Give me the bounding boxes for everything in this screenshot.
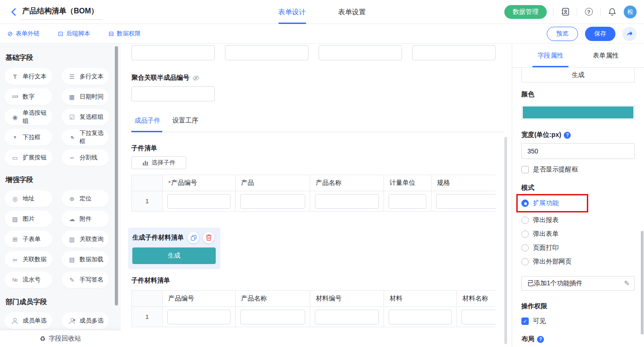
field-item-location[interactable]: 定位 — [62, 190, 109, 207]
color-label: 颜色 — [521, 90, 635, 99]
form-external-link[interactable]: ⊘ 表单外链 — [7, 29, 40, 38]
button-preview[interactable]: 生成 — [521, 68, 635, 82]
canvas-scrollbar[interactable] — [504, 137, 507, 344]
page-title[interactable]: 产品结构清单（BOM） — [21, 6, 101, 20]
reminder-checkbox[interactable] — [521, 166, 529, 173]
field-item-image[interactable]: 图片 — [5, 211, 52, 227]
tab-process-setup[interactable]: 设置工序 — [172, 117, 198, 132]
field-item-member-multi[interactable]: 成员多选 — [62, 312, 109, 329]
mode-option-popup-external-page[interactable]: 弹出外部网页 — [521, 255, 635, 269]
row-index: 1 — [132, 191, 163, 212]
cell-input[interactable] — [240, 310, 305, 324]
form-field-input[interactable] — [225, 45, 308, 60]
contacts-book-icon[interactable] — [560, 7, 570, 17]
data-permission-link[interactable]: ⊟ 数据权限 — [108, 29, 141, 38]
field-item-data-load[interactable]: 数据加载 — [62, 251, 109, 268]
cell-input[interactable] — [315, 310, 379, 324]
width-help-icon[interactable]: ? — [564, 132, 571, 139]
sidebar-scrollbar[interactable] — [115, 46, 118, 306]
cell-input[interactable] — [389, 194, 426, 209]
field-item-linked-query[interactable]: 关联查询 — [62, 231, 109, 247]
field-item-single-line-text[interactable]: 单行文本 — [5, 68, 52, 85]
cell-input[interactable] — [315, 194, 379, 209]
width-input[interactable]: 350 — [521, 143, 635, 159]
radio-selected-icon[interactable] — [521, 200, 529, 207]
recycle-icon: ♻ — [40, 335, 46, 342]
aggregate-field-input[interactable] — [131, 86, 215, 101]
field-recycle-bin[interactable]: ♻ 字段回收站 — [0, 330, 121, 347]
visible-checkbox[interactable]: ✓ — [521, 318, 529, 325]
data-manage-button[interactable]: 数据管理 — [504, 5, 547, 19]
data-load-icon — [69, 257, 76, 263]
mode-option-popup-report[interactable]: 弹出报表 — [521, 213, 635, 227]
mode-option-extend-function[interactable]: 扩展功能 — [521, 196, 583, 210]
field-item-address[interactable]: 地址 — [5, 190, 52, 207]
edit-plugin-icon[interactable]: ✎ — [624, 279, 630, 288]
cell-input[interactable] — [436, 194, 496, 209]
form-field-input[interactable] — [412, 45, 496, 60]
plugin-text: 已添加1个功能插件 — [527, 279, 583, 288]
field-item-subform[interactable]: 子表单 — [5, 231, 52, 247]
visible-checkbox-row[interactable]: ✓ 可见 — [521, 317, 635, 325]
help-icon[interactable]: ? — [584, 7, 594, 17]
tab-form-design[interactable]: 表单设计 — [278, 0, 306, 24]
field-item-member-single[interactable]: 成员单选 — [5, 312, 52, 329]
save-button[interactable]: 保存 — [585, 27, 615, 41]
field-item-multi-line-text[interactable]: 多行文本 — [62, 68, 109, 85]
serial-number-icon — [12, 277, 18, 282]
tab-form-settings[interactable]: 表单设置 — [338, 0, 366, 24]
window-scrollbar[interactable] — [641, 231, 644, 335]
generate-button[interactable]: 生成 — [132, 247, 216, 264]
form-field-input[interactable] — [319, 45, 402, 60]
material-list-title: 子件材料清单 — [131, 276, 512, 285]
select-subitem-button[interactable]: 选择子件 — [131, 156, 186, 169]
field-item-attachment[interactable]: 附件 — [62, 211, 109, 227]
delete-field-button[interactable] — [203, 232, 214, 243]
plugin-field[interactable]: 已添加1个功能插件 ✎ — [521, 276, 635, 291]
field-item-linked-data[interactable]: 关联数据 — [5, 251, 52, 268]
user-avatar[interactable]: 检 — [624, 6, 637, 18]
field-item-checkbox-group[interactable]: 复选框组 — [62, 109, 109, 125]
field-item-signature[interactable]: 手写签名 — [62, 271, 109, 288]
preview-button[interactable]: 预览 — [547, 27, 578, 41]
layout-help-icon[interactable]: ? — [537, 336, 544, 343]
radio-icon[interactable] — [521, 230, 529, 238]
backend-script-link[interactable]: ⊡ 后端脚本 — [58, 29, 90, 38]
share-button[interactable] — [622, 27, 637, 41]
notification-bell-icon[interactable] — [607, 7, 617, 17]
cell-input[interactable] — [461, 310, 496, 324]
field-item-serial-number[interactable]: 流水号 — [5, 271, 52, 288]
reminder-checkbox-row[interactable]: 是否显示提醒框 — [521, 165, 635, 174]
tab-field-properties[interactable]: 字段属性 — [538, 44, 563, 67]
subform-icon — [12, 236, 18, 242]
field-item-datetime[interactable]: 日期时间 — [62, 88, 109, 105]
radio-icon[interactable] — [521, 217, 529, 224]
back-icon[interactable] — [7, 6, 19, 18]
mode-option-popup-form[interactable]: 弹出表单 — [521, 227, 635, 241]
copy-field-button[interactable] — [188, 232, 199, 243]
field-item-multi-select[interactable]: 下拉复选框 — [62, 129, 109, 146]
field-item-select[interactable]: 下拉框 — [5, 129, 52, 146]
datetime-icon — [69, 94, 76, 100]
field-item-number[interactable]: 数字 — [5, 88, 52, 105]
radio-icon[interactable] — [521, 258, 529, 265]
field-item-divider[interactable]: 分割线 — [62, 149, 109, 166]
field-item-radio-group[interactable]: 单选按钮组 — [5, 109, 52, 125]
radio-icon[interactable] — [521, 244, 529, 252]
cell-input[interactable] — [240, 194, 305, 209]
cell-input[interactable] — [167, 194, 230, 209]
selected-extend-button-field[interactable]: 生成子件材料清单 生成 — [128, 228, 220, 269]
mode-option-page-print[interactable]: 页面打印 — [521, 241, 635, 255]
cell-input[interactable] — [167, 310, 230, 324]
member-multi-icon — [69, 318, 76, 324]
table-row: 1 — [132, 191, 496, 212]
color-swatch[interactable] — [521, 105, 635, 120]
cell-input[interactable] — [389, 310, 452, 324]
tab-finished-subitems[interactable]: 成品子件 — [135, 117, 160, 132]
form-field-input[interactable] — [131, 45, 215, 60]
multi-select-icon — [69, 135, 76, 140]
field-item-extend-button[interactable]: 扩展按钮 — [5, 149, 52, 166]
row-index: 1 — [132, 307, 163, 327]
divider-icon — [69, 155, 76, 161]
tab-form-properties[interactable]: 表单属性 — [593, 44, 619, 67]
